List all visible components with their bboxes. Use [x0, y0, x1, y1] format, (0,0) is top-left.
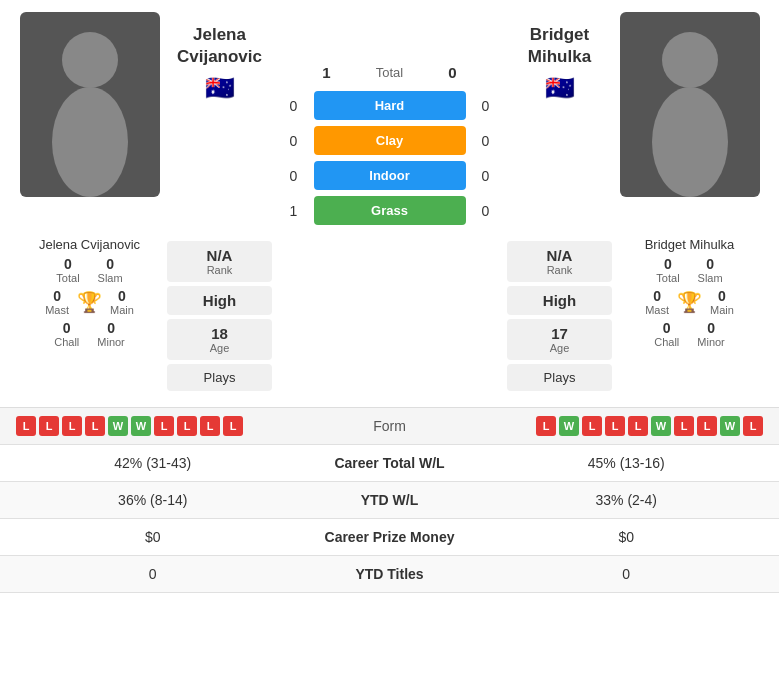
stats-right-1: 33% (2-4) [490, 492, 764, 508]
left-slam-value: 0 [106, 256, 114, 272]
right-total-value: 0 [664, 256, 672, 272]
right-main-value: 0 [718, 288, 726, 304]
left-total-value: 0 [64, 256, 72, 272]
court-row-clay: 0Clay0 [280, 126, 500, 155]
form-row: LLLLWWLLLL Form LWLLLWLLWL [0, 408, 779, 445]
right-plays-value: Plays [519, 370, 600, 385]
left-minor-label: Minor [97, 336, 125, 348]
right-silhouette-icon [635, 22, 745, 197]
left-rank-value: N/A [179, 247, 260, 264]
left-rank-box: N/A Rank [167, 241, 272, 282]
court-score-right-indoor: 0 [472, 168, 500, 184]
court-score-right-hard: 0 [472, 98, 500, 114]
stats-center-label-2: Career Prize Money [290, 529, 490, 545]
left-slam-label: Slam [98, 272, 123, 284]
court-score-right-clay: 0 [472, 133, 500, 149]
left-plays-box: Plays [167, 364, 272, 391]
stats-left-2: $0 [16, 529, 290, 545]
right-age-box: 17 Age [507, 319, 612, 360]
right-minor-value: 0 [707, 320, 715, 336]
stats-center-label-3: YTD Titles [290, 566, 490, 582]
right-level-box: High [507, 286, 612, 315]
court-badge-clay: Clay [314, 126, 466, 155]
left-player-flag: 🇦🇺 [205, 74, 235, 102]
right-mast-value: 0 [653, 288, 661, 304]
form-right: LWLLLWLLWL [450, 416, 764, 436]
form-left: LLLLWWLLLL [16, 416, 330, 436]
svg-point-1 [52, 87, 128, 197]
court-score-right-grass: 0 [472, 203, 500, 219]
left-main-label: Main [110, 304, 134, 316]
right-minor-label: Minor [697, 336, 725, 348]
court-row-grass: 1Grass0 [280, 196, 500, 225]
right-age-value: 17 [519, 325, 600, 342]
form-badge: W [720, 416, 740, 436]
left-player-avatar [20, 12, 160, 197]
form-badge: L [16, 416, 36, 436]
form-label: Form [330, 418, 450, 434]
left-trophy-icon: 🏆 [77, 290, 102, 314]
left-total-label: Total [56, 272, 79, 284]
left-age-box: 18 Age [167, 319, 272, 360]
form-badge: L [743, 416, 763, 436]
right-main-label: Main [710, 304, 734, 316]
stats-row-3: 0YTD Titles0 [0, 556, 779, 593]
total-score-left: 1 [309, 64, 345, 81]
court-score-left-grass: 1 [280, 203, 308, 219]
stats-row-0: 42% (31-43)Career Total W/L45% (13-16) [0, 445, 779, 482]
court-score-left-clay: 0 [280, 133, 308, 149]
form-badge: W [559, 416, 579, 436]
left-age-label: Age [179, 342, 260, 354]
right-total-label: Total [656, 272, 679, 284]
form-badge: L [62, 416, 82, 436]
form-badge: L [39, 416, 59, 436]
form-badge: L [582, 416, 602, 436]
left-mast-label: Mast [45, 304, 69, 316]
left-plays-value: Plays [179, 370, 260, 385]
left-chall-value: 0 [63, 320, 71, 336]
right-chall-label: Chall [654, 336, 679, 348]
right-chall-value: 0 [663, 320, 671, 336]
right-trophy-icon: 🏆 [677, 290, 702, 314]
total-label: Total [345, 65, 435, 80]
form-badge: L [628, 416, 648, 436]
form-badge: L [674, 416, 694, 436]
stats-row-1: 36% (8-14)YTD W/L33% (2-4) [0, 482, 779, 519]
left-chall-label: Chall [54, 336, 79, 348]
left-silhouette-icon [35, 22, 145, 197]
stats-left-3: 0 [16, 566, 290, 582]
svg-point-3 [652, 87, 728, 197]
form-badge: L [85, 416, 105, 436]
left-age-value: 18 [179, 325, 260, 342]
stats-center-label-0: Career Total W/L [290, 455, 490, 471]
stats-right-0: 45% (13-16) [490, 455, 764, 471]
right-player-avatar [620, 12, 760, 197]
right-plays-box: Plays [507, 364, 612, 391]
stats-left-0: 42% (31-43) [16, 455, 290, 471]
right-player-name-header: BridgetMihulka [528, 24, 591, 68]
form-badge: L [177, 416, 197, 436]
svg-point-2 [662, 32, 718, 88]
left-player-name-header: JelenaCvijanovic [177, 24, 262, 68]
form-badge: L [605, 416, 625, 436]
right-rank-label: Rank [519, 264, 600, 276]
court-score-left-hard: 0 [280, 98, 308, 114]
court-badge-grass: Grass [314, 196, 466, 225]
form-badge: W [131, 416, 151, 436]
left-rank-label: Rank [179, 264, 260, 276]
right-player-name: Bridget Mihulka [645, 237, 735, 252]
stats-row-2: $0Career Prize Money$0 [0, 519, 779, 556]
left-main-value: 0 [118, 288, 126, 304]
left-minor-value: 0 [107, 320, 115, 336]
right-rank-value: N/A [519, 247, 600, 264]
right-slam-label: Slam [698, 272, 723, 284]
court-score-left-indoor: 0 [280, 168, 308, 184]
right-slam-value: 0 [706, 256, 714, 272]
stats-right-3: 0 [490, 566, 764, 582]
right-rank-box: N/A Rank [507, 241, 612, 282]
form-badge: L [223, 416, 243, 436]
left-player-name: Jelena Cvijanovic [39, 237, 140, 252]
stats-center-label-1: YTD W/L [290, 492, 490, 508]
svg-point-0 [62, 32, 118, 88]
stats-right-2: $0 [490, 529, 764, 545]
